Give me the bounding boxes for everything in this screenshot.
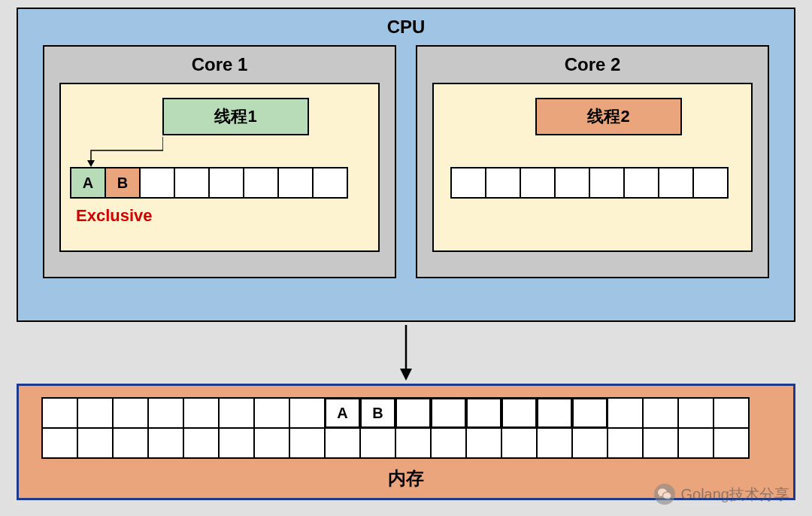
memory-cell: [536, 397, 573, 429]
cache-cell: [623, 167, 659, 199]
memory-cell: [607, 427, 644, 459]
cache-cell: [174, 167, 210, 199]
core-2-title: Core 2: [417, 54, 768, 75]
cpu-container: CPU Core 1 线程1 A B: [17, 8, 795, 322]
memory-cell: [324, 427, 361, 459]
memory-cell: [41, 397, 78, 429]
core-1-inner: 线程1 A B Exclusive: [59, 83, 380, 252]
arrow-cpu-to-memory-icon: [398, 325, 414, 381]
cache-cell: [139, 167, 175, 199]
memory-cell: [607, 397, 644, 429]
memory-cell: A: [324, 397, 361, 429]
memory-cell: [253, 427, 290, 459]
cache-cell-a: A: [70, 167, 106, 199]
cache-cell: [554, 167, 590, 199]
core-1: Core 1 线程1 A B Exclusive: [43, 45, 396, 278]
core-2-inner: 线程2: [432, 83, 753, 252]
memory-cell: [77, 427, 114, 459]
memory-cell: [430, 427, 467, 459]
thread-1-box: 线程1: [162, 98, 309, 135]
memory-cell: [218, 427, 255, 459]
core-2-cache: [450, 167, 729, 199]
memory-cell: [677, 427, 714, 459]
cache-cell-b: B: [105, 167, 141, 199]
memory-cell: [218, 397, 255, 429]
memory-cell: [183, 427, 220, 459]
memory-cell: [183, 397, 220, 429]
memory-cell: [41, 427, 78, 459]
memory-cell: [536, 427, 573, 459]
arrow-thread1-to-a-icon: [86, 137, 163, 167]
memory-cell: [465, 427, 502, 459]
memory-cell: [713, 397, 750, 429]
memory-cell: [395, 427, 432, 459]
memory-cell: [571, 427, 608, 459]
wechat-icon: [654, 484, 675, 505]
cache-cell: [520, 167, 556, 199]
memory-cell: [501, 397, 538, 429]
core-1-cache: A B: [70, 167, 348, 199]
memory-cell: [677, 397, 714, 429]
memory-container: AB 内存: [17, 384, 795, 500]
memory-grid: AB: [41, 397, 750, 459]
cache-cell: [450, 167, 486, 199]
memory-cell: [642, 397, 679, 429]
memory-cell: [395, 397, 432, 429]
memory-cell: [465, 397, 502, 429]
thread-2-box: 线程2: [535, 98, 682, 135]
core-1-title: Core 1: [44, 54, 395, 75]
cores-row: Core 1 线程1 A B Exclusive: [18, 45, 794, 278]
memory-cell: [112, 397, 149, 429]
cache-cell: [312, 167, 348, 199]
memory-cell: [289, 427, 326, 459]
memory-cell: [501, 427, 538, 459]
watermark: Golang技术分享: [654, 484, 790, 505]
memory-row-1: AB: [41, 397, 750, 429]
cache-cell: [589, 167, 625, 199]
memory-row-2: [41, 429, 750, 459]
cache-cell: [485, 167, 521, 199]
memory-cell: [359, 427, 396, 459]
memory-cell: [147, 427, 184, 459]
memory-cell: [289, 397, 326, 429]
memory-cell: [430, 397, 467, 429]
memory-cell: [77, 397, 114, 429]
exclusive-state-label: Exclusive: [76, 206, 153, 226]
memory-cell: [253, 397, 290, 429]
cpu-title: CPU: [18, 17, 794, 38]
memory-cell: B: [359, 397, 396, 429]
cache-cell: [658, 167, 694, 199]
cache-cell: [692, 167, 729, 199]
watermark-text: Golang技术分享: [681, 484, 790, 505]
memory-cell: [642, 427, 679, 459]
cache-cell: [208, 167, 244, 199]
core-2: Core 2 线程2: [416, 45, 769, 278]
memory-cell: [112, 427, 149, 459]
cache-cell: [277, 167, 314, 199]
cache-cell: [243, 167, 279, 199]
memory-cell: [147, 397, 184, 429]
memory-cell: [571, 397, 608, 429]
memory-cell: [713, 427, 750, 459]
